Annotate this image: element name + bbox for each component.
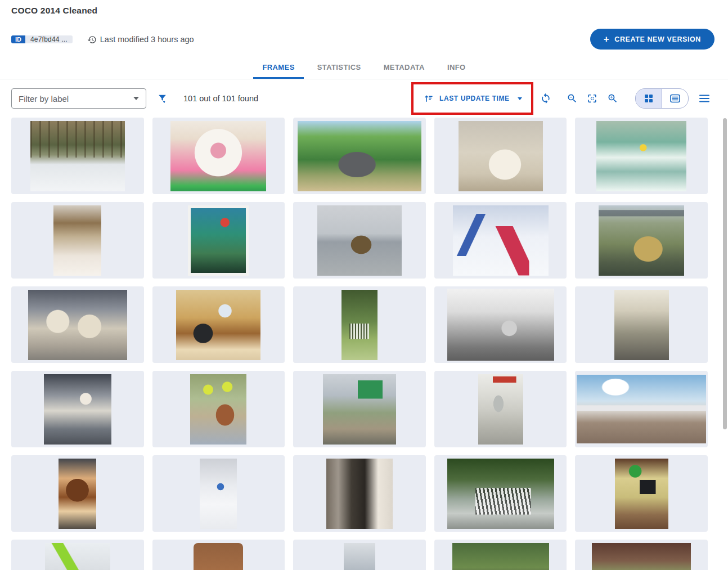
frame-card-baby-bath-sink[interactable] — [434, 286, 567, 363]
fit-to-screen-icon[interactable] — [587, 93, 597, 104]
filter-placeholder: Filter by label — [19, 94, 69, 104]
tabs: FRAMESSTATISTICSMETADATAINFO — [0, 57, 728, 79]
frame-thumbnail-puppy-on-couch[interactable] — [459, 121, 543, 191]
frame-thumbnail-green-hat-gamer[interactable] — [615, 459, 668, 529]
tab-statistics[interactable]: STATISTICS — [308, 57, 370, 79]
dataset-id-badge[interactable]: ID 4e7fbd44 ... — [11, 35, 73, 43]
frame-thumbnail-city-skyscrapers[interactable] — [344, 543, 375, 570]
zoom-in-icon[interactable] — [607, 93, 618, 104]
frame-thumbnail-skier-snowy-forest[interactable] — [30, 121, 125, 191]
frame-card-rocky-coast-kite[interactable] — [434, 540, 567, 570]
refresh-icon[interactable] — [540, 93, 551, 104]
frame-thumbnail-rocky-coast-kite[interactable] — [452, 543, 549, 570]
frame-thumbnail-bitten-donut[interactable] — [59, 459, 96, 529]
frame-thumbnail-horseback-police[interactable] — [190, 374, 246, 445]
frame-card-bitten-donut[interactable] — [11, 455, 144, 532]
sort-control[interactable]: LAST UPDATE TIME — [424, 93, 522, 104]
frame-card-elephant-ride[interactable] — [293, 118, 426, 194]
frame-thumbnail-green-bat-party[interactable] — [45, 543, 110, 570]
frame-card-city-skyscrapers[interactable] — [293, 540, 426, 570]
list-view-button[interactable] — [662, 89, 688, 108]
frame-card-skier-snowy-forest[interactable] — [11, 118, 144, 194]
frame-thumbnail-zebra-grazing[interactable] — [341, 290, 378, 360]
frame-thumbnail-airliners-tarmac[interactable] — [577, 375, 706, 443]
chevron-down-icon — [133, 97, 139, 100]
menu-icon[interactable] — [699, 94, 710, 103]
plus-icon: + — [604, 34, 610, 44]
frame-card-green-bat-party[interactable] — [11, 540, 144, 570]
filter-by-label-dropdown[interactable]: Filter by label — [11, 88, 146, 109]
toolbar: Filter by label 101 out of 101 found LAS… — [0, 79, 728, 118]
frame-thumbnail-built-in-ovens[interactable] — [326, 459, 393, 529]
tab-info[interactable]: INFO — [438, 57, 475, 79]
id-label: ID — [11, 35, 25, 43]
frame-thumbnail-ski-race-gates[interactable] — [453, 205, 549, 276]
frame-thumbnail-elephant-ride[interactable] — [298, 121, 421, 191]
sort-label: LAST UPDATE TIME — [439, 95, 510, 102]
frame-thumbnail-frosted-bundt-cake[interactable] — [170, 121, 266, 191]
frame-card-green-hat-gamer[interactable] — [575, 455, 708, 532]
frame-thumbnail-fence-fire-hydrant[interactable] — [592, 543, 691, 570]
frame-card-giant-teddy-bears[interactable] — [11, 286, 144, 363]
frame-card-zebra-beside-cars[interactable] — [434, 455, 567, 532]
frame-card-frosted-bundt-cake[interactable] — [152, 118, 285, 194]
tab-frames[interactable]: FRAMES — [253, 57, 303, 79]
zoom-out-icon[interactable] — [567, 93, 578, 104]
frame-card-ferry-boat[interactable] — [293, 202, 426, 279]
history-icon — [87, 35, 97, 44]
filter-funnel-icon[interactable] — [157, 93, 168, 104]
frame-thumbnail-zebra-beside-cars[interactable] — [447, 459, 554, 529]
frame-card-living-room-wii-party[interactable] — [11, 371, 144, 447]
frame-thumbnail-vintage-traffic-light[interactable] — [188, 205, 249, 276]
frame-thumbnail-bathroom-mirror[interactable] — [53, 205, 101, 276]
frame-card-ski-race-gates[interactable] — [434, 202, 567, 279]
scrollbar-thumb[interactable] — [723, 118, 727, 429]
frame-card-puppy-on-couch[interactable] — [434, 118, 567, 194]
page-title: COCO 2014 Cleaned — [11, 6, 97, 16]
view-mode-toggle — [635, 88, 689, 109]
frame-thumbnail-bus-under-bridge[interactable] — [599, 205, 684, 276]
frame-card-built-in-ovens[interactable] — [293, 455, 426, 532]
frame-thumbnail-ski-couple[interactable] — [200, 459, 237, 529]
frame-card-face-closeup[interactable] — [152, 540, 285, 570]
frame-thumbnail-home-office-desk[interactable] — [176, 290, 260, 360]
frame-card-kittery-maine-sign[interactable] — [293, 371, 426, 447]
frame-thumbnail-kittery-maine-sign[interactable] — [323, 374, 396, 445]
frame-card-surfer-wave[interactable] — [575, 118, 708, 194]
frame-thumbnail-restroom-collage[interactable] — [478, 374, 523, 445]
frame-card-bathroom-mirror[interactable] — [11, 202, 144, 279]
frame-thumbnail-ferry-boat[interactable] — [317, 205, 402, 276]
frame-thumbnail-baby-bath-sink[interactable] — [447, 289, 554, 361]
frame-card-bus-under-bridge[interactable] — [575, 202, 708, 279]
frame-thumbnail-surfer-wave[interactable] — [596, 121, 686, 191]
frame-card-restroom-collage[interactable] — [434, 371, 567, 447]
create-new-version-button[interactable]: + CREATE NEW VERSION — [590, 29, 714, 50]
frame-thumbnail-living-room-wii-party[interactable] — [44, 374, 111, 445]
frame-card-vintage-traffic-light[interactable] — [152, 202, 285, 279]
last-modified: Last modified 3 hours ago — [87, 35, 194, 44]
results-count: 101 out of 101 found — [183, 94, 258, 103]
frame-thumbnail-men-playing-wii[interactable] — [614, 290, 669, 360]
sort-chevron-down-icon — [518, 97, 522, 100]
last-modified-text: Last modified 3 hours ago — [100, 35, 194, 44]
frame-card-men-playing-wii[interactable] — [575, 286, 708, 363]
grid-view-button[interactable] — [636, 89, 662, 108]
id-value: 4e7fbd44 ... — [25, 35, 73, 43]
frame-card-airliners-tarmac[interactable] — [575, 371, 708, 447]
frames-grid — [11, 118, 708, 570]
frame-card-zebra-grazing[interactable] — [293, 286, 426, 363]
frame-thumbnail-face-closeup[interactable] — [194, 543, 243, 570]
create-new-version-label: CREATE NEW VERSION — [614, 35, 701, 43]
frame-card-horseback-police[interactable] — [152, 371, 285, 447]
frame-card-fence-fire-hydrant[interactable] — [575, 540, 708, 570]
tab-metadata[interactable]: METADATA — [375, 57, 434, 79]
sort-ascending-icon — [424, 93, 434, 104]
frame-card-home-office-desk[interactable] — [152, 286, 285, 363]
frame-thumbnail-giant-teddy-bears[interactable] — [28, 290, 127, 360]
frame-card-ski-couple[interactable] — [152, 455, 285, 532]
